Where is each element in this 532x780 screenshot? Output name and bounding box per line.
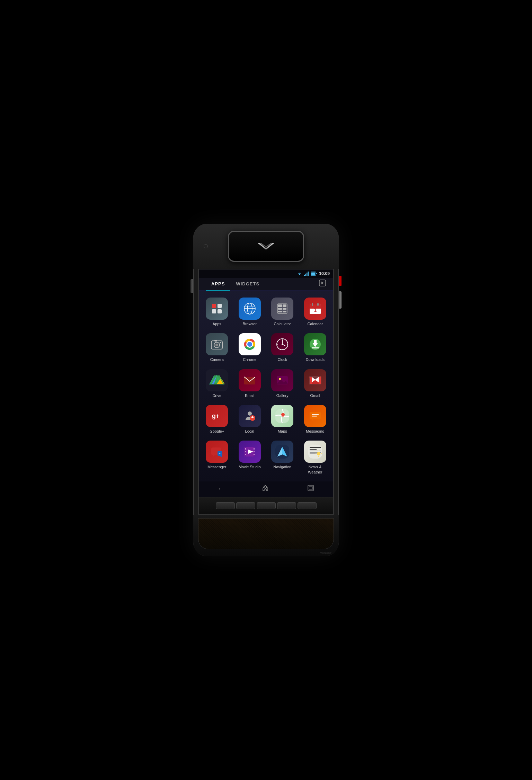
camera-icon — [210, 337, 224, 351]
app-navigation[interactable]: Navigation — [266, 437, 299, 478]
app-icon-navigation — [271, 441, 293, 463]
phone-base: VertusGF — [193, 515, 339, 556]
svg-rect-5 — [308, 272, 309, 276]
svg-text:g+: g+ — [212, 413, 220, 419]
svg-rect-52 — [314, 340, 317, 344]
app-icon-downloads — [304, 333, 326, 355]
screen: 10:09 APPS WIDGETS — [199, 269, 333, 497]
app-chrome[interactable]: Chrome — [233, 330, 266, 365]
home-button[interactable] — [261, 484, 269, 494]
app-label-apps: Apps — [213, 321, 221, 326]
tab-bar: APPS WIDGETS — [199, 278, 333, 291]
store-button[interactable] — [319, 279, 326, 289]
svg-point-45 — [282, 344, 283, 345]
home-icon — [261, 484, 269, 492]
app-icon-drive — [206, 369, 228, 391]
svg-rect-83 — [312, 414, 319, 415]
svg-rect-22 — [283, 304, 286, 307]
app-moviestudio[interactable]: Movie Studio — [233, 437, 266, 478]
svg-rect-95 — [245, 454, 246, 455]
app-calculator[interactable]: Calculator — [266, 294, 299, 330]
svg-rect-12 — [218, 304, 222, 308]
chrome-icon-svg — [240, 335, 259, 354]
app-messenger[interactable]: + Messenger — [201, 437, 233, 478]
app-label-navigation: Navigation — [273, 464, 291, 469]
app-maps[interactable]: Maps — [266, 401, 299, 437]
back-button[interactable]: ← — [218, 485, 224, 493]
app-newsweather[interactable]: News &Weather — [299, 437, 332, 478]
phone-device: 10:09 APPS WIDGETS — [193, 224, 339, 556]
store-icon — [319, 279, 326, 287]
app-icon-chrome — [239, 333, 261, 355]
hw-button-5[interactable] — [298, 502, 317, 509]
volume-button[interactable] — [190, 279, 193, 293]
gmail-icon — [308, 373, 322, 387]
app-icon-googleplus: g+ — [206, 405, 228, 427]
app-icon-messaging — [304, 405, 326, 427]
svg-rect-115 — [308, 485, 313, 491]
power-button[interactable] — [339, 291, 342, 309]
svg-rect-21 — [278, 304, 282, 307]
app-apps[interactable]: Apps — [201, 294, 233, 330]
app-camera[interactable]: Camera — [201, 330, 233, 365]
tab-apps[interactable]: APPS — [206, 278, 230, 290]
gallery-icon — [275, 373, 289, 387]
app-icon-calendar: 1 — [304, 298, 326, 320]
app-clock[interactable]: Clock — [266, 330, 299, 365]
app-drive[interactable]: Drive — [201, 366, 233, 401]
hardware-buttons — [198, 497, 334, 515]
app-gallery[interactable]: Gallery — [266, 366, 299, 401]
messaging-icon — [308, 409, 322, 423]
app-local[interactable]: Local — [233, 401, 266, 437]
app-label-calculator: Calculator — [274, 321, 291, 326]
svg-marker-86 — [213, 455, 215, 457]
svg-rect-11 — [212, 304, 216, 308]
svg-rect-32 — [317, 303, 319, 306]
navigation-icon — [275, 445, 289, 459]
hw-button-3[interactable] — [257, 502, 276, 509]
app-calendar[interactable]: 1 Calendar — [299, 294, 332, 330]
app-messaging[interactable]: Messaging — [299, 401, 332, 437]
svg-rect-7 — [316, 273, 317, 274]
app-googleplus[interactable]: g+ Google+ — [201, 401, 233, 437]
recents-icon — [307, 484, 314, 492]
app-icon-browser — [239, 298, 261, 320]
svg-rect-104 — [310, 447, 321, 448]
hw-button-1[interactable] — [216, 502, 235, 509]
svg-rect-8 — [311, 273, 315, 275]
app-label-chrome: Chrome — [243, 357, 256, 362]
email-icon — [243, 373, 257, 387]
app-label-browser: Browser — [243, 321, 257, 326]
app-icon-maps — [271, 405, 293, 427]
moviestudio-icon — [243, 445, 257, 459]
status-icons — [297, 272, 317, 276]
clock-display: 10:09 — [319, 271, 330, 276]
app-label-googleplus: Google+ — [210, 429, 224, 434]
phone-top — [193, 224, 339, 269]
svg-point-41 — [247, 342, 252, 347]
app-downloads[interactable]: Downloads — [299, 330, 332, 365]
app-gmail[interactable]: Gmail — [299, 366, 332, 401]
svg-rect-116 — [309, 486, 312, 490]
apps-icon — [211, 302, 223, 315]
app-icon-email — [239, 369, 261, 391]
app-label-camera: Camera — [210, 357, 224, 362]
svg-rect-25 — [278, 311, 282, 312]
tab-widgets[interactable]: WIDGETS — [230, 278, 265, 290]
hw-button-2[interactable] — [236, 502, 255, 509]
svg-rect-97 — [254, 451, 255, 452]
recents-button[interactable] — [307, 484, 314, 494]
svg-marker-82 — [312, 419, 313, 422]
svg-text:1: 1 — [313, 307, 317, 313]
svg-rect-23 — [278, 308, 282, 310]
app-email[interactable]: Email — [233, 366, 266, 401]
app-icon-gallery — [271, 369, 293, 391]
app-label-drive: Drive — [212, 393, 221, 398]
red-button[interactable] — [339, 276, 342, 286]
svg-marker-88 — [220, 456, 222, 457]
app-browser[interactable]: Browser — [233, 294, 266, 330]
hw-button-4[interactable] — [277, 502, 296, 509]
googleplus-icon: g+ — [210, 409, 224, 423]
battery-icon — [311, 272, 317, 276]
svg-point-37 — [220, 342, 221, 343]
